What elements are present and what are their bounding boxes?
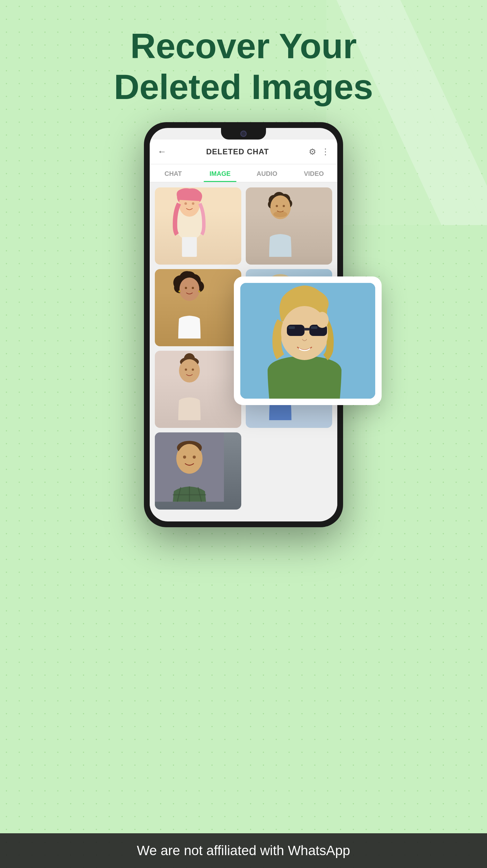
phone-camera <box>240 130 247 137</box>
hero-title-line1: Recover Your <box>26 26 461 66</box>
disclaimer-text: We are not affiliated with WhatsApp <box>137 843 350 858</box>
svg-point-27 <box>192 287 194 289</box>
phone-mockup: ← DELETED CHAT ⚙ ⋮ CHAT IMAGE AUDIO <box>144 122 343 527</box>
svg-point-7 <box>192 202 194 205</box>
hero-title-line2: Deleted Images <box>26 66 461 107</box>
svg-rect-64 <box>320 312 324 321</box>
svg-point-25 <box>180 277 199 300</box>
svg-point-47 <box>177 444 202 473</box>
person-image-3 <box>155 269 224 339</box>
tab-video[interactable]: VIDEO <box>290 164 337 182</box>
hero-title: Recover Your Deleted Images <box>0 26 487 107</box>
svg-point-36 <box>180 359 199 382</box>
svg-point-37 <box>185 368 187 371</box>
settings-icon[interactable]: ⚙ <box>309 147 316 157</box>
svg-point-52 <box>183 456 186 459</box>
person-image-7 <box>155 432 224 502</box>
svg-rect-5 <box>182 237 197 257</box>
svg-rect-61 <box>289 326 295 329</box>
svg-point-17 <box>273 211 287 217</box>
image-card-2[interactable] <box>246 187 332 265</box>
tab-image[interactable]: IMAGE <box>197 164 244 182</box>
image-card-3[interactable] <box>155 269 241 346</box>
svg-point-29 <box>198 290 200 292</box>
floating-image <box>240 283 375 399</box>
back-button[interactable]: ← <box>157 147 166 157</box>
screen-title: DELETED CHAT <box>171 147 303 156</box>
person-image-1 <box>155 187 224 257</box>
more-options-icon[interactable]: ⋮ <box>321 147 330 157</box>
svg-point-15 <box>275 205 278 207</box>
person-image-2 <box>246 187 315 257</box>
phone-notch <box>221 128 266 140</box>
disclaimer-bar: We are not affiliated with WhatsApp <box>0 833 487 868</box>
svg-point-26 <box>185 287 187 289</box>
svg-point-16 <box>283 205 285 207</box>
tab-audio[interactable]: AUDIO <box>244 164 290 182</box>
svg-point-53 <box>193 456 196 459</box>
person-image-5 <box>155 351 224 420</box>
tab-bar: CHAT IMAGE AUDIO VIDEO <box>150 164 337 182</box>
svg-rect-62 <box>311 326 317 329</box>
image-card-7[interactable] <box>155 432 241 509</box>
image-card-5[interactable] <box>155 351 241 428</box>
tab-chat[interactable]: CHAT <box>150 164 197 182</box>
svg-point-28 <box>178 290 181 292</box>
floating-image-card[interactable] <box>234 277 382 405</box>
svg-point-38 <box>192 368 194 371</box>
floating-person-svg <box>240 283 375 399</box>
app-header: ← DELETED CHAT ⚙ ⋮ <box>150 140 337 164</box>
image-card-1[interactable] <box>155 187 241 265</box>
svg-point-6 <box>184 202 187 205</box>
header-icons: ⚙ ⋮ <box>309 147 330 157</box>
svg-rect-60 <box>304 328 310 331</box>
